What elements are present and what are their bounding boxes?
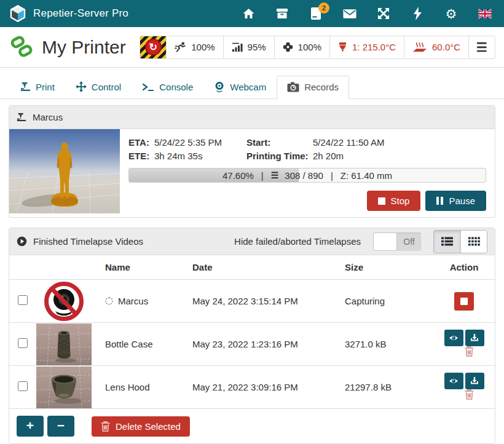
emergency-stop-button[interactable]: ↻	[140, 36, 167, 59]
hide-failed-toggle[interactable]: Off	[373, 232, 421, 251]
table-row: Lens Hood May 21, 2022 3:09:16 PM 21297.…	[9, 366, 495, 409]
fan-icon	[283, 42, 293, 52]
layers-icon: ☰	[271, 170, 279, 180]
play-video-button[interactable]	[444, 373, 463, 389]
printer-menu-button[interactable]: ☰	[468, 36, 495, 59]
printer-tabs: Print Control Console	[0, 68, 504, 99]
row-checkbox[interactable]	[18, 295, 28, 305]
print-job-actions: Stop Pause	[128, 191, 486, 211]
stop-button[interactable]: Stop	[367, 191, 421, 211]
pause-button[interactable]: Pause	[425, 191, 486, 211]
timelapse-title: Finished Timelapse Videos	[33, 236, 143, 247]
eta-value: 5/24/22 5:35 PM	[154, 137, 246, 148]
print-job-name: Marcus	[33, 112, 63, 122]
uk-flag-icon[interactable]	[478, 7, 492, 20]
table-row: Bottle Case May 23, 2022 1:23:16 PM 3271…	[9, 323, 495, 366]
download-video-button[interactable]	[465, 330, 484, 346]
print-progress-bar: 47.60% | ☰308 / 890 | Z: 61.40 mm	[128, 168, 486, 183]
video-date: May 24, 2022 3:15:14 PM	[187, 280, 340, 323]
grid-view-icon	[468, 237, 480, 246]
ete-label: ETE:	[128, 151, 154, 161]
select-all-button[interactable]: +	[17, 416, 44, 437]
delete-selected-button[interactable]: Delete Selected	[92, 416, 190, 437]
print-job-header: Marcus	[9, 106, 495, 129]
no-webcam-icon	[43, 280, 85, 322]
start-value: 5/24/22 11:50 AM	[313, 137, 486, 148]
fan-status[interactable]: 100%	[274, 36, 330, 59]
col-name: Name	[100, 255, 187, 280]
layer-progress: 308 / 890	[285, 170, 323, 181]
printing-time-value: 2h 20m	[313, 151, 486, 161]
eta-label: ETA:	[128, 137, 154, 148]
printer-job-icon	[17, 113, 26, 122]
tab-webcam[interactable]: Webcam	[203, 75, 277, 98]
z-height: Z: 61.40 mm	[341, 170, 392, 181]
list-view-icon	[441, 237, 453, 246]
delete-video-button[interactable]	[465, 346, 474, 359]
printers-icon[interactable]: 2	[309, 7, 323, 20]
download-video-button[interactable]	[465, 373, 484, 389]
archive-icon[interactable]	[275, 7, 289, 20]
col-action: Action	[433, 255, 495, 280]
deselect-all-button[interactable]: −	[47, 416, 74, 437]
table-row: Marcus May 24, 2022 3:15:14 PM Capturing	[9, 280, 495, 323]
fan-value: 100%	[298, 42, 321, 52]
print-job-info: ETA: 5/24/22 5:35 PM Start: 5/24/22 11:5…	[120, 129, 495, 217]
trash-icon	[465, 389, 474, 400]
timelapse-panel: Finished Timelapse Videos Hide failed/ab…	[9, 228, 495, 444]
brand-name: Repetier-Server Pro	[33, 7, 128, 20]
home-icon[interactable]	[242, 7, 255, 20]
mail-icon[interactable]	[343, 7, 356, 20]
bed-temp-status[interactable]: 60.0°C	[404, 36, 469, 59]
video-date: May 21, 2022 3:09:16 PM	[187, 366, 340, 409]
capturing-spinner-icon	[105, 297, 113, 305]
tab-label: Print	[36, 82, 55, 92]
tab-console[interactable]: Console	[132, 76, 203, 98]
tab-control[interactable]: Control	[65, 75, 132, 98]
stop-icon	[378, 197, 385, 205]
delete-video-button[interactable]	[465, 389, 474, 402]
emergency-stop-icon: ↻	[145, 39, 162, 55]
page: Repetier-Server Pro 2	[0, 0, 504, 444]
timelapse-header: Finished Timelapse Videos Hide failed/ab…	[9, 228, 495, 255]
navbar-icons: 2 ⚙	[242, 7, 495, 20]
view-mode-group	[433, 230, 487, 253]
video-size: Capturing	[340, 280, 433, 323]
speed-status[interactable]: 100%	[166, 36, 223, 59]
repetier-logo-icon	[9, 4, 27, 23]
tab-records[interactable]: Records	[277, 76, 349, 99]
printer-header: My Printer ↻ 100%	[0, 27, 504, 68]
print-job-preview	[9, 129, 120, 213]
gear-icon[interactable]: ⚙	[444, 7, 458, 20]
extruder-temp-status[interactable]: 1: 215.0°C	[329, 36, 404, 59]
flow-status[interactable]: 95%	[223, 36, 275, 59]
menu-icon: ☰	[476, 40, 487, 55]
stop-capture-button[interactable]	[454, 292, 474, 311]
fullscreen-icon[interactable]	[377, 7, 390, 20]
model-preview-figurine	[9, 129, 120, 213]
timelapse-table: Name Date Size Action	[9, 255, 495, 409]
download-icon	[470, 333, 479, 342]
list-view-button[interactable]	[434, 231, 460, 253]
row-checkbox[interactable]	[18, 381, 28, 391]
minus-icon: −	[57, 418, 65, 433]
speed-value: 100%	[191, 42, 215, 52]
eye-icon	[449, 378, 459, 384]
video-name: Bottle Case	[100, 323, 187, 366]
play-video-button[interactable]	[444, 330, 463, 346]
tab-print[interactable]: Print	[10, 76, 65, 98]
trash-icon	[101, 421, 110, 432]
extruder-icon	[338, 42, 347, 52]
row-checkbox[interactable]	[18, 338, 28, 348]
start-label: Start:	[246, 137, 313, 148]
toggle-knob[interactable]	[373, 232, 397, 251]
table-header-row: Name Date Size Action	[9, 255, 495, 280]
print-icon	[20, 82, 31, 92]
bolt-icon[interactable]	[411, 7, 424, 20]
grid-view-button[interactable]	[460, 231, 487, 253]
speed-icon	[175, 42, 186, 52]
tab-label: Webcam	[230, 82, 266, 92]
tab-label: Records	[304, 82, 339, 92]
separator: |	[261, 170, 264, 181]
page-title: My Printer	[42, 37, 126, 58]
